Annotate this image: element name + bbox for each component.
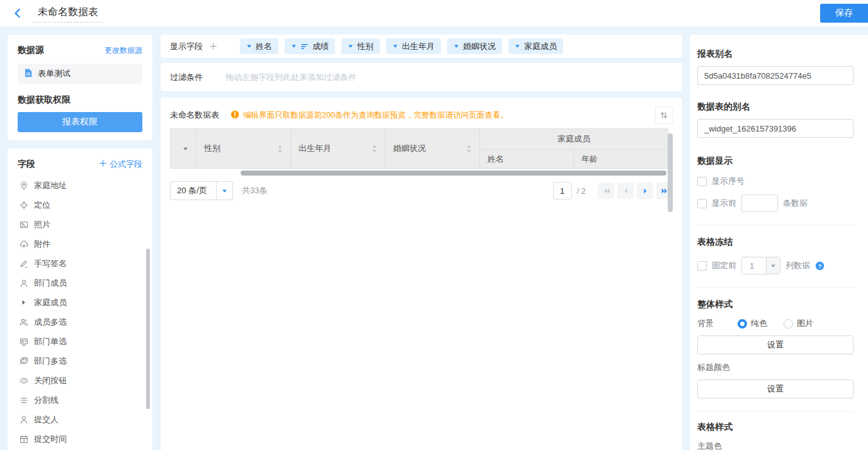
- divider: [697, 287, 854, 288]
- target-icon: [19, 201, 28, 210]
- freeze-checkbox[interactable]: [697, 261, 707, 271]
- filter-dropzone[interactable]: 拖动左侧字段到此处来添加过滤条件: [226, 72, 357, 83]
- display-field-chip[interactable]: 性别: [341, 38, 380, 54]
- background-set-button[interactable]: 设置: [697, 335, 854, 354]
- datasource-item-label: 表单测试: [38, 68, 71, 79]
- field-list-item[interactable]: 家庭成员: [18, 293, 142, 312]
- field-list-item[interactable]: 提交人: [18, 410, 142, 429]
- freeze-prefix: 固定前: [712, 260, 736, 271]
- page-number-input[interactable]: [553, 182, 572, 200]
- page-first-button[interactable]: [598, 183, 614, 199]
- background-solid-label: 纯色: [751, 318, 767, 329]
- page-title[interactable]: 未命名数据表: [33, 6, 103, 23]
- field-list-item[interactable]: 手写签名: [18, 254, 142, 273]
- field-list-item[interactable]: 附件: [18, 234, 142, 254]
- back-button[interactable]: [13, 8, 23, 18]
- freeze-count-select[interactable]: 1: [741, 257, 780, 274]
- field-list-item[interactable]: 部门成员: [18, 273, 142, 293]
- title-color-label: 标题颜色: [697, 362, 854, 373]
- warning-icon: [231, 110, 239, 121]
- sort-updown-icon[interactable]: [372, 144, 377, 154]
- radio-selected[interactable]: [738, 319, 747, 329]
- sort-order-button[interactable]: [655, 106, 673, 124]
- data-table: 性别出生年月婚姻状况家庭成员姓名年龄: [170, 128, 668, 169]
- field-list-item[interactable]: 部门单选: [18, 332, 142, 351]
- show-first-count-input[interactable]: [741, 194, 778, 212]
- title-color-set-button[interactable]: 设置: [697, 380, 854, 398]
- location-pin-icon: [19, 181, 28, 190]
- minus-circle-icon: [19, 376, 28, 385]
- field-list-item[interactable]: 定位: [18, 195, 142, 215]
- display-field-chip[interactable]: 姓名: [240, 38, 278, 54]
- page-next-button[interactable]: [637, 183, 653, 199]
- caret-down-icon[interactable]: [392, 43, 398, 49]
- plus-icon: [99, 159, 107, 169]
- caret-right-icon: [19, 300, 28, 305]
- display-field-chip[interactable]: 出生年月: [386, 38, 441, 54]
- freeze-heading: 表格冻结: [697, 237, 854, 248]
- fields-scrollbar-thumb[interactable]: [146, 249, 150, 409]
- field-list-item[interactable]: 关闭按钮: [18, 371, 142, 390]
- fields-panel: 字段 公式字段 家庭地址定位照片附件手写签名部门成员家庭成员成员多选部门单选部门…: [8, 149, 152, 450]
- sub-column-header[interactable]: 姓名: [480, 150, 574, 169]
- background-solid-radio[interactable]: 纯色: [738, 318, 767, 329]
- fields-heading: 字段: [18, 159, 35, 170]
- show-index-label: 显示序号: [712, 176, 745, 187]
- field-list-item-label: 部门成员: [34, 278, 67, 289]
- page-prev-button[interactable]: [617, 183, 634, 199]
- column-header[interactable]: 性别: [197, 129, 291, 169]
- settings-panel: 报表别名 数据表的别名 数据显示 显示序号 显示前 条数据 表格冻结 固定前 1…: [690, 35, 868, 450]
- display-field-chip-label: 成绩: [312, 41, 329, 52]
- radio-unselected[interactable]: [784, 319, 793, 329]
- background-image-radio[interactable]: 图片: [784, 318, 813, 329]
- add-display-field-button[interactable]: [209, 42, 217, 50]
- caret-down-icon[interactable]: [515, 43, 520, 49]
- field-list-item[interactable]: 照片: [18, 215, 142, 234]
- data-table-panel: 未命名数据表 编辑界面只取数据源前200条作为查询数据预览，完整数据请访问页面查…: [161, 98, 682, 450]
- field-list-item[interactable]: 提交时间: [18, 429, 142, 449]
- display-fields-bar: 显示字段 姓名成绩性别出生年月婚姻状况家庭成员: [161, 35, 682, 58]
- column-header[interactable]: 婚姻状况: [385, 129, 480, 169]
- show-index-checkbox[interactable]: [697, 177, 707, 186]
- field-list-item[interactable]: 部门多选: [18, 351, 142, 371]
- field-list-item[interactable]: 家庭地址: [18, 176, 142, 195]
- help-icon[interactable]: ?: [815, 261, 825, 271]
- display-field-chip[interactable]: 家庭成员: [508, 38, 563, 54]
- data-display-heading: 数据显示: [697, 155, 854, 167]
- table-vertical-scrollbar-thumb[interactable]: [668, 133, 673, 212]
- preview-notice-text: 编辑界面只取数据源前200条作为查询数据预览，完整数据请访问页面查看。: [243, 110, 508, 121]
- caret-down-icon[interactable]: [454, 43, 459, 49]
- field-list-item-label: 关闭按钮: [34, 375, 67, 386]
- caret-down-icon[interactable]: [246, 43, 252, 49]
- field-list-item-label: 附件: [34, 239, 50, 250]
- column-header-dropdown[interactable]: [171, 129, 197, 169]
- caret-down-icon[interactable]: [178, 146, 188, 152]
- datasource-panel: 数据源 更改数据源 表单测试 数据获取权限 报表权限: [8, 35, 152, 140]
- table-horizontal-scrollbar-thumb[interactable]: [241, 171, 666, 176]
- sort-updown-icon[interactable]: [466, 144, 472, 154]
- sub-column-header[interactable]: 年龄: [574, 150, 668, 169]
- display-field-chip[interactable]: 成绩: [285, 38, 335, 54]
- save-button[interactable]: 保存: [820, 4, 868, 23]
- cloud-upload-icon: [19, 240, 28, 249]
- page-size-select[interactable]: 20 条/页: [170, 181, 233, 200]
- caret-down-icon[interactable]: [291, 43, 297, 49]
- divider: [697, 225, 854, 225]
- field-list-item-label: 部门多选: [34, 356, 67, 367]
- column-header[interactable]: 出生年月: [291, 129, 385, 169]
- report-alias-input[interactable]: [697, 66, 854, 85]
- display-field-chip[interactable]: 婚姻状况: [447, 38, 502, 54]
- report-permission-button[interactable]: 报表权限: [18, 112, 142, 132]
- total-pages-label: / 2: [577, 186, 586, 196]
- change-datasource-link[interactable]: 更改数据源: [105, 45, 142, 56]
- show-first-checkbox[interactable]: [697, 199, 707, 208]
- field-list-item[interactable]: 成员多选: [18, 312, 142, 332]
- table-alias-input[interactable]: [697, 119, 854, 138]
- department-icon: [19, 337, 28, 346]
- caret-down-icon[interactable]: [348, 43, 353, 49]
- sort-updown-icon[interactable]: [277, 144, 283, 154]
- caret-down-icon: [766, 257, 780, 274]
- add-formula-field-link[interactable]: 公式字段: [99, 159, 142, 170]
- datasource-item[interactable]: 表单测试: [18, 64, 142, 84]
- field-list-item[interactable]: 分割线: [18, 390, 142, 410]
